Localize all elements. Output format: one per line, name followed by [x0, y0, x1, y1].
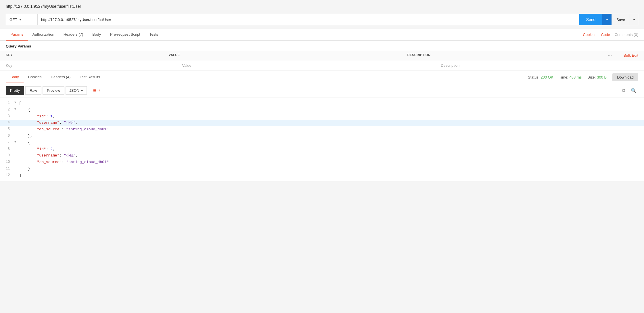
- line-number-6: 6: [0, 133, 14, 139]
- search-icon: 🔍: [631, 88, 637, 93]
- line-number-2: 2: [0, 107, 14, 112]
- bulk-edit-button[interactable]: Bulk Edit: [618, 51, 644, 61]
- method-label: GET: [9, 18, 17, 22]
- params-placeholder-row: Key Value Description: [0, 61, 644, 70]
- save-button[interactable]: Save: [612, 14, 630, 25]
- line-content-6: },: [19, 133, 644, 139]
- response-tab-headers[interactable]: Headers (4): [46, 71, 75, 83]
- value-column-header: VALUE: [163, 51, 402, 61]
- save-arrow-icon: ▾: [633, 18, 635, 21]
- wrap-button[interactable]: ≡⇒: [90, 85, 103, 95]
- line-toggle-12: [14, 173, 18, 177]
- code-link[interactable]: Code: [601, 33, 610, 37]
- line-toggle-8: [14, 146, 18, 151]
- code-line-11: 11 }: [0, 166, 644, 172]
- response-code-area: 1 ▼ [ 2 ▼ { 3 "id": 1, 4 "username": "小明…: [0, 98, 644, 181]
- cookies-link[interactable]: Cookies: [583, 33, 597, 37]
- line-number-1: 1: [0, 100, 14, 106]
- time-item: Time: 488 ms: [559, 75, 582, 79]
- save-dropdown-button[interactable]: ▾: [630, 14, 638, 25]
- tab-tests[interactable]: Tests: [145, 29, 163, 41]
- tab-pre-request[interactable]: Pre-request Script: [106, 29, 145, 41]
- line-toggle-4: [14, 120, 18, 125]
- line-content-8: "id": 2,: [19, 146, 644, 152]
- code-line-9: 9 "username": "小红",: [0, 152, 644, 159]
- download-button[interactable]: Download: [612, 73, 638, 81]
- tab-body[interactable]: Body: [88, 29, 106, 41]
- send-dropdown-button[interactable]: ▾: [602, 14, 612, 25]
- format-chevron-icon: ▾: [81, 88, 83, 93]
- format-select[interactable]: JSON ▾: [66, 86, 87, 95]
- line-content-12: ]: [19, 173, 644, 179]
- line-number-8: 8: [0, 146, 14, 152]
- url-input[interactable]: [37, 14, 579, 25]
- section-title: Query Params: [0, 41, 644, 51]
- format-label: JSON: [69, 88, 79, 93]
- line-number-5: 5: [0, 127, 14, 132]
- code-line-2: 2 ▼ {: [0, 107, 644, 113]
- description-placeholder[interactable]: Description: [435, 61, 644, 70]
- pretty-button[interactable]: Pretty: [6, 86, 24, 95]
- line-content-10: "db_source": "spring_cloud_db01": [19, 159, 644, 165]
- query-params-section: Query Params KEY VALUE DESCRIPTION ··· B…: [0, 41, 644, 70]
- line-content-9: "username": "小红",: [19, 153, 644, 159]
- line-toggle-9: [14, 153, 18, 157]
- request-bar: GET ▾ Send ▾ Save ▾: [0, 12, 644, 28]
- tab-authorization[interactable]: Authorization: [28, 29, 59, 41]
- send-arrow-icon: ▾: [606, 18, 608, 21]
- status-label: Status:: [528, 75, 539, 79]
- copy-icon: ⧉: [622, 88, 625, 93]
- send-button[interactable]: Send: [579, 14, 603, 25]
- line-number-11: 11: [0, 166, 14, 171]
- line-toggle-5: [14, 127, 18, 131]
- line-toggle-10: [14, 159, 18, 164]
- raw-button[interactable]: Raw: [25, 86, 41, 95]
- line-toggle-2[interactable]: ▼: [14, 107, 18, 112]
- copy-button[interactable]: ⧉: [620, 87, 627, 94]
- line-number-9: 9: [0, 153, 14, 158]
- line-content-4: "username": "小明",: [19, 120, 644, 126]
- tab-headers[interactable]: Headers (7): [59, 29, 88, 41]
- line-toggle-1[interactable]: ▼: [14, 100, 18, 105]
- format-bar-right: ⧉ 🔍: [620, 87, 638, 94]
- code-line-3: 3 "id": 1,: [0, 113, 644, 120]
- search-button[interactable]: 🔍: [629, 87, 638, 94]
- key-placeholder[interactable]: Key: [0, 61, 176, 70]
- method-select[interactable]: GET ▾: [6, 14, 37, 25]
- code-line-8: 8 "id": 2,: [0, 146, 644, 153]
- response-tabs: Body Cookies Headers (4) Test Results St…: [0, 71, 644, 83]
- line-toggle-7[interactable]: ▼: [14, 140, 18, 144]
- line-toggle-6: [14, 133, 18, 138]
- line-content-11: }: [19, 166, 644, 172]
- params-table-header: KEY VALUE DESCRIPTION ··· Bulk Edit: [0, 51, 644, 61]
- line-content-5: "db_source": "spring_cloud_db01": [19, 127, 644, 133]
- line-number-3: 3: [0, 114, 14, 119]
- value-placeholder[interactable]: Value: [176, 61, 435, 70]
- more-options-icon[interactable]: ···: [608, 53, 612, 58]
- line-content-3: "id": 1,: [19, 114, 644, 120]
- tab-params[interactable]: Params: [6, 29, 28, 41]
- code-line-7: 7 ▼ {: [0, 140, 644, 146]
- code-line-1: 1 ▼ [: [0, 100, 644, 107]
- time-value: 488 ms: [570, 75, 582, 79]
- time-label: Time:: [559, 75, 568, 79]
- size-item: Size: 300 B: [587, 75, 607, 79]
- page-title: http://127.0.0.1:9527/myUser/user/listUs…: [0, 0, 644, 12]
- line-content-7: {: [19, 140, 644, 146]
- code-line-10: 10 "db_source": "spring_cloud_db01": [0, 159, 644, 166]
- response-tab-cookies[interactable]: Cookies: [24, 71, 46, 83]
- code-line-12: 12 ]: [0, 172, 644, 179]
- wrap-icon: ≡⇒: [93, 87, 101, 93]
- size-label: Size:: [587, 75, 596, 79]
- preview-button[interactable]: Preview: [43, 86, 64, 95]
- line-number-10: 10: [0, 159, 14, 165]
- actions-column-header: ···: [595, 51, 618, 61]
- response-tab-body[interactable]: Body: [6, 71, 24, 83]
- code-line-6: 6 },: [0, 133, 644, 140]
- comments-link[interactable]: Comments (0): [615, 33, 638, 37]
- request-tabs: Params Authorization Headers (7) Body Pr…: [0, 29, 644, 41]
- method-chevron-icon: ▾: [20, 18, 21, 21]
- key-column-header: KEY: [0, 51, 163, 61]
- response-tab-test-results[interactable]: Test Results: [75, 71, 105, 83]
- line-toggle-11: [14, 166, 18, 171]
